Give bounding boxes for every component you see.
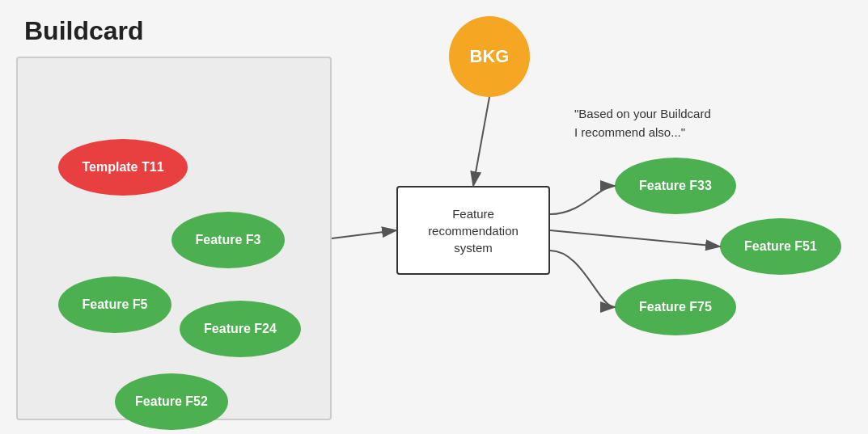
feature-f33-ellipse: Feature F33 xyxy=(615,158,736,214)
template-ellipse: Template T11 xyxy=(58,139,188,196)
feature-f75-ellipse: Feature F75 xyxy=(615,279,736,335)
feature-f5-ellipse: Feature F5 xyxy=(58,276,171,333)
recommendation-box: Featurerecommendationsystem xyxy=(396,186,550,275)
svg-line-1 xyxy=(332,230,396,238)
quote-text: "Based on your BuildcardI recommend also… xyxy=(574,105,711,141)
svg-line-0 xyxy=(473,97,489,186)
diagram-container: Buildcard Template T11 Feature F3 Featur… xyxy=(0,0,868,434)
feature-f24-ellipse: Feature F24 xyxy=(180,301,301,357)
feature-f51-ellipse: Feature F51 xyxy=(720,218,841,275)
feature-f3-ellipse: Feature F3 xyxy=(171,212,285,268)
recommendation-label: Featurerecommendationsystem xyxy=(428,205,519,256)
buildcard-box: Template T11 Feature F3 Feature F5 Featu… xyxy=(16,57,332,420)
buildcard-title: Buildcard xyxy=(24,16,144,46)
bkg-circle: BKG xyxy=(449,16,530,97)
feature-f52-ellipse: Feature F52 xyxy=(115,373,228,430)
svg-line-2 xyxy=(550,230,720,246)
